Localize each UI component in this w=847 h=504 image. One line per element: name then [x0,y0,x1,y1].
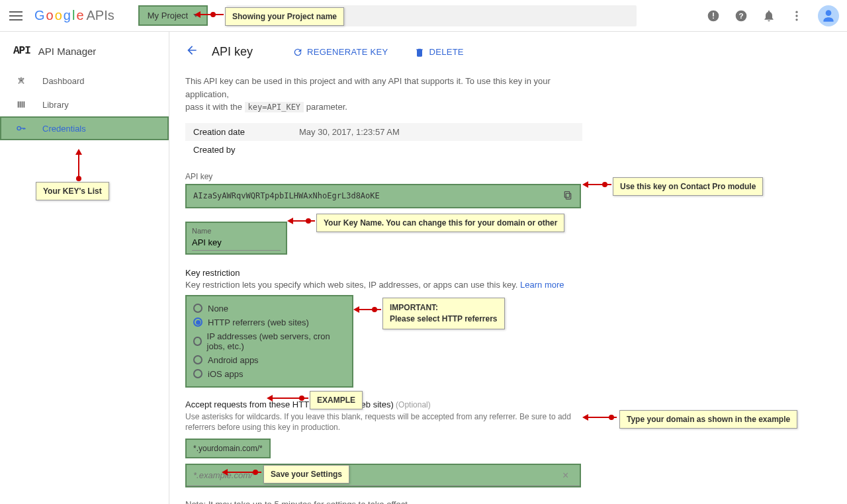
svg-rect-17 [24,101,25,107]
sidebar-item-dashboard[interactable]: Dashboard [0,69,169,93]
annotation-example: EXAMPLE [310,391,363,409]
radio-ios-apps[interactable]: iOS apps [193,367,345,381]
svg-rect-16 [22,101,23,107]
svg-point-11 [23,78,24,79]
sidebar-title-label: API Manager [38,46,97,57]
main-content: API key Regenerate Key Delete This API k… [169,32,847,504]
svg-rect-14 [18,101,19,107]
name-field-wrapper: Name [185,222,287,255]
svg-point-13 [23,83,24,84]
svg-point-8 [826,10,832,16]
menu-icon[interactable] [8,8,24,24]
notifications-icon[interactable] [762,9,776,22]
svg-rect-23 [564,191,569,197]
svg-rect-22 [566,193,570,199]
annotation-save-settings: Save your Settings [263,465,349,483]
radio-http-referrers[interactable]: HTTP referrers (web sites) [193,315,345,329]
referrer-input[interactable] [187,465,580,486]
api-key-display: AIzaSyAWRqvWQRTp4pbILHWAxNhoEgrL3d8AoKE [185,184,581,208]
sidebar-item-library[interactable]: Library [0,93,169,116]
svg-point-9 [21,80,22,81]
creation-date-label: Creation date [193,127,299,137]
library-icon [16,99,26,110]
svg-rect-15 [20,101,21,107]
delete-button[interactable]: Delete [414,47,463,58]
delete-label: Delete [429,47,463,57]
svg-rect-1 [713,13,714,17]
api-icon: API [13,45,30,57]
sidebar: API API Manager Dashboard Library Creden… [0,32,169,504]
name-input[interactable] [192,235,281,251]
apis-label: APIs [87,8,114,23]
alert-icon[interactable] [707,9,720,22]
clear-icon[interactable]: × [562,470,568,482]
more-vert-icon[interactable] [790,9,803,22]
meta-table: Creation date May 30, 2017, 1:23:57 AM C… [185,123,582,159]
help-icon[interactable]: ? [735,9,748,22]
description-text: This API key can be used in this project… [185,75,596,114]
name-label: Name [192,227,281,235]
settings-note: Note: It may take up to 5 minutes for se… [185,499,831,504]
key-restriction-heading: Key restriction [185,268,831,278]
radio-android-apps[interactable]: Android apps [193,353,345,367]
created-by-label: Created by [193,145,299,155]
annotation-keys-list: Your KEY's List [36,182,109,200]
svg-point-7 [795,19,797,21]
svg-point-6 [795,15,797,17]
creation-date-value: May 30, 2017, 1:23:57 AM [299,127,400,137]
top-bar: Google APIs My Project ? [0,0,847,32]
back-arrow-icon[interactable] [185,44,199,60]
api-key-value: AIzaSyAWRqvWQRTp4pbILHWAxNhoEgrL3d8AoKE [193,191,380,200]
accept-referrers-heading: Accept requests from these HTTP referrer… [185,399,831,409]
google-apis-logo: Google APIs [34,8,114,23]
sidebar-item-label: Dashboard [42,76,85,86]
annotation-important: IMPORTANT:Please select HTTP referrers [382,298,505,329]
project-name: My Project [148,11,188,21]
annotation-use-key: Use this key on Contact Pro module [613,177,763,196]
sidebar-item-credentials[interactable]: Credentials [0,116,169,140]
restriction-radio-group: None HTTP referrers (web sites) IP addre… [185,295,353,388]
annotation-project-name: Showing your Project name [225,7,344,26]
page-title: API key [212,45,253,59]
svg-rect-2 [713,17,714,19]
radio-none[interactable]: None [193,302,345,315]
radio-ip-addresses[interactable]: IP addresses (web servers, cron jobs, et… [193,329,345,353]
svg-text:?: ? [738,11,743,20]
regenerate-label: Regenerate Key [307,47,388,57]
key-restriction-description: Key restriction lets you specify which w… [185,280,831,290]
referrer-chip[interactable]: *.yourdomain.com/* [185,439,271,458]
svg-point-10 [19,78,20,79]
regenerate-key-button[interactable]: Regenerate Key [292,47,388,58]
dashboard-icon [16,75,26,86]
svg-point-12 [19,83,20,84]
referrer-input-wrapper [185,464,581,487]
key-icon [16,123,26,134]
svg-point-18 [17,126,21,130]
annotation-key-name: Your Key Name. You can change this for y… [316,214,564,232]
sidebar-item-label: Credentials [42,124,86,134]
learn-more-link[interactable]: Learn more [520,280,564,290]
svg-point-5 [795,11,797,13]
sidebar-item-label: Library [42,100,69,110]
page-header: API key Regenerate Key Delete [185,44,831,60]
copy-icon[interactable] [562,190,573,202]
accept-referrers-description: Use asterisks for wildcards. If you leav… [185,411,582,434]
sidebar-title: API API Manager [0,37,169,69]
annotation-type-domain: Type your domain as shown in the example [619,410,797,429]
user-avatar[interactable] [818,5,839,26]
topbar-right: ? [707,5,839,26]
